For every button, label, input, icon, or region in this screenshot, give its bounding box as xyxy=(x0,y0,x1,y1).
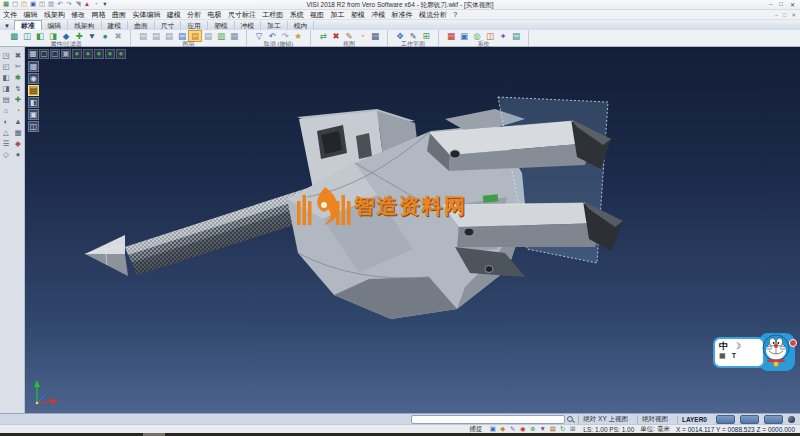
ribbon-tab-应用[interactable]: 应用 xyxy=(181,21,208,31)
palette-half-icon[interactable]: ◧ xyxy=(1,73,12,83)
redo-icon[interactable]: ↷ xyxy=(65,1,73,9)
undo-icon[interactable]: ↶ xyxy=(56,1,64,9)
menu-item-电极[interactable]: 电极 xyxy=(204,10,224,19)
palette-home-icon[interactable]: ⌂ xyxy=(1,106,12,116)
menu-item-曲面[interactable]: 曲面 xyxy=(109,10,129,19)
palette-box-icon[interactable]: ◰ xyxy=(1,62,12,72)
palette-clock-icon[interactable]: ◔ xyxy=(13,106,24,116)
view-iso-icon[interactable]: ● xyxy=(72,49,82,59)
ime-mode-indicator[interactable]: 中 xyxy=(719,341,728,351)
system-target-icon[interactable]: ◎ xyxy=(471,31,483,41)
filter-point-icon[interactable]: ◆ xyxy=(60,31,72,41)
layer-icon[interactable]: ▤ xyxy=(137,31,149,41)
palette-tri-icon[interactable]: △ xyxy=(1,128,12,138)
ime-skin-icon[interactable]: T xyxy=(732,351,736,360)
layer-icon[interactable]: ▤ xyxy=(150,31,162,41)
alert-icon[interactable]: ▲ xyxy=(83,1,91,9)
ime-keyboard-icon[interactable]: ▦ xyxy=(719,351,726,360)
filter-down-icon[interactable]: ▼ xyxy=(86,31,98,41)
viewport-3d[interactable]: ▦▢▢▣●●●●● ▦◉▤◧▣◫ xyxy=(25,47,800,413)
system-grid-icon[interactable]: ▦ xyxy=(445,31,457,41)
layer-green-icon[interactable]: ▥ xyxy=(215,31,227,41)
palette-star-icon[interactable]: ✱ xyxy=(13,73,24,83)
filter-solid-icon[interactable]: ◧ xyxy=(34,31,46,41)
menu-item-编辑[interactable]: 编辑 xyxy=(20,10,40,19)
palette-bolt-icon[interactable]: ↯ xyxy=(13,84,24,94)
ribbon-tab-尺寸[interactable]: 尺寸 xyxy=(155,21,182,31)
palette-up-icon[interactable]: ▲ xyxy=(13,117,24,127)
ribbon-tab-冲模[interactable]: 冲模 xyxy=(235,21,262,31)
recent-icon[interactable]: ◔ xyxy=(92,1,100,9)
palette-select-icon[interactable]: ◳ xyxy=(1,51,12,61)
menu-item-冲模[interactable]: 冲模 xyxy=(368,10,388,19)
menu-item-加工[interactable]: 加工 xyxy=(327,10,347,19)
print-preview-icon[interactable]: ▥ xyxy=(47,1,55,9)
layer-all-icon[interactable]: ▦ xyxy=(228,31,240,41)
workplane-add-icon[interactable]: ⊞ xyxy=(420,31,432,41)
layer-icon[interactable]: ▤ xyxy=(202,31,214,41)
layer-active-icon[interactable]: ▤ xyxy=(189,31,201,41)
workplane-edit-icon[interactable]: ✎ xyxy=(407,31,419,41)
snap-edit-icon[interactable]: ✎ xyxy=(508,425,517,433)
filter-surface-icon[interactable]: ◨ xyxy=(47,31,59,41)
minimize-button[interactable]: – xyxy=(769,1,772,8)
palette-trim-icon[interactable]: ✂ xyxy=(13,62,24,72)
ribbon-tab-模内[interactable]: 模内 xyxy=(288,21,315,31)
view-indicator[interactable]: 绝对视图 xyxy=(637,415,672,424)
menu-item-工程图[interactable]: 工程图 xyxy=(259,10,286,19)
menu-item-文件[interactable]: 文件 xyxy=(0,10,20,19)
search-icon[interactable] xyxy=(567,416,573,422)
snap-point-icon[interactable]: ◆ xyxy=(498,425,507,433)
maximize-button[interactable]: □ xyxy=(779,1,783,8)
ribbon-tab-线架构[interactable]: 线架构 xyxy=(68,21,101,31)
workplane-indicator[interactable]: 绝对 XY 上视图 xyxy=(578,415,632,424)
search-input[interactable] xyxy=(411,415,565,424)
edit-view-icon[interactable]: ✎ xyxy=(343,31,355,41)
snap-face-icon[interactable]: ▤ xyxy=(548,425,557,433)
ruler-icon[interactable]: ◥ xyxy=(74,1,82,9)
view-blank2-icon[interactable]: ▢ xyxy=(50,49,60,59)
view-pane-icon[interactable]: ▣ xyxy=(61,49,71,59)
view-top-icon[interactable]: ● xyxy=(83,49,93,59)
app-icon[interactable]: ▦ xyxy=(2,1,10,9)
redo-icon[interactable]: ↷ xyxy=(279,31,291,41)
funnel-icon[interactable]: ▽ xyxy=(253,31,265,41)
swap-view-icon[interactable]: ⇄ xyxy=(317,31,329,41)
palette-shade-icon[interactable]: ◨ xyxy=(1,84,12,94)
mdi-minimize-button[interactable]: – xyxy=(775,12,778,18)
strip-active-icon[interactable]: ▤ xyxy=(28,85,39,96)
favorite-icon[interactable]: ★ xyxy=(292,31,304,41)
status-button-2[interactable] xyxy=(740,415,759,424)
ribbon-tab-编辑[interactable]: 编辑 xyxy=(42,21,69,31)
menu-item-?[interactable]: ? xyxy=(450,10,460,19)
view-blank-icon[interactable]: ▢ xyxy=(39,49,49,59)
view-rotate-icon[interactable]: ● xyxy=(116,49,126,59)
menu-item-尺寸标注[interactable]: 尺寸标注 xyxy=(225,10,259,19)
menu-item-标准件[interactable]: 标准件 xyxy=(388,10,415,19)
ribbon-tab-标准[interactable]: 标准 xyxy=(14,20,42,31)
ribbon-tab-塑模[interactable]: 塑模 xyxy=(208,21,235,31)
view-side-icon[interactable]: ● xyxy=(105,49,115,59)
palette-contrast-icon[interactable]: ◐ xyxy=(1,117,12,127)
menu-item-分析[interactable]: 分析 xyxy=(184,10,204,19)
strip-half-icon[interactable]: ◧ xyxy=(28,97,39,108)
tabs-dropdown-icon[interactable]: ▼ xyxy=(0,23,14,30)
strip-pane-icon[interactable]: ◫ xyxy=(28,121,39,132)
status-button-3[interactable] xyxy=(764,415,783,424)
undo-icon[interactable]: ↶ xyxy=(266,31,278,41)
system-window-icon[interactable]: ◫ xyxy=(484,31,496,41)
system-layers-icon[interactable]: ▤ xyxy=(510,31,522,41)
close-button[interactable]: ✕ xyxy=(790,1,795,8)
snap-rotate-icon[interactable]: ↻ xyxy=(558,425,567,433)
mdi-restore-button[interactable]: □ xyxy=(783,12,786,18)
more-icon[interactable]: ▾ xyxy=(101,1,109,9)
menu-item-修改[interactable]: 修改 xyxy=(68,10,88,19)
palette-delete-icon[interactable]: ✖ xyxy=(13,51,24,61)
layer-indicator[interactable]: LAYER0 xyxy=(677,416,711,423)
grid-view-icon[interactable]: ▦ xyxy=(369,31,381,41)
close-view-icon[interactable]: ✖ xyxy=(330,31,342,41)
palette-add-icon[interactable]: ✚ xyxy=(13,95,24,105)
menu-item-视图[interactable]: 视图 xyxy=(307,10,327,19)
menu-item-建模[interactable]: 建模 xyxy=(164,10,184,19)
filter-grid-icon[interactable]: ▩ xyxy=(8,31,20,41)
